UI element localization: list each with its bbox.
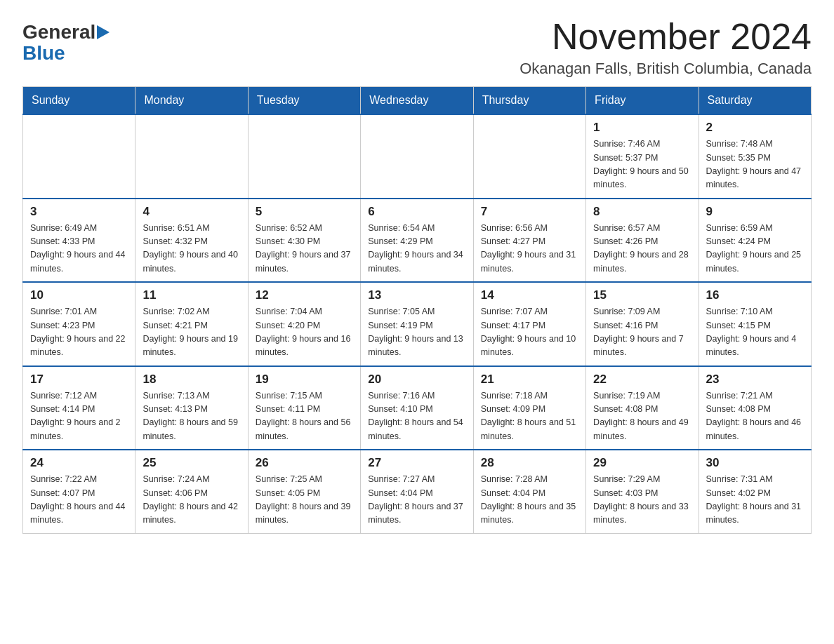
logo-blue: Blue bbox=[22, 43, 65, 63]
table-row: 25Sunrise: 7:24 AMSunset: 4:06 PMDayligh… bbox=[135, 450, 248, 533]
day-number: 5 bbox=[256, 205, 353, 219]
page-header: General Blue November 2024 Okanagan Fall… bbox=[22, 17, 812, 78]
day-number: 23 bbox=[706, 373, 804, 387]
table-row bbox=[473, 114, 585, 199]
day-number: 14 bbox=[481, 288, 578, 302]
table-row: 3Sunrise: 6:49 AMSunset: 4:33 PMDaylight… bbox=[23, 199, 135, 283]
day-number: 10 bbox=[30, 288, 128, 302]
table-row: 8Sunrise: 6:57 AMSunset: 4:26 PMDaylight… bbox=[586, 199, 699, 283]
table-row: 13Sunrise: 7:05 AMSunset: 4:19 PMDayligh… bbox=[361, 282, 473, 366]
day-info: Sunrise: 7:21 AMSunset: 4:08 PMDaylight:… bbox=[706, 389, 804, 444]
day-info: Sunrise: 7:07 AMSunset: 4:17 PMDaylight:… bbox=[481, 305, 578, 360]
day-info: Sunrise: 7:48 AMSunset: 5:35 PMDaylight:… bbox=[706, 137, 804, 192]
logo-general: General bbox=[22, 22, 95, 42]
logo-triangle-icon bbox=[97, 25, 110, 42]
day-number: 25 bbox=[143, 456, 240, 470]
day-number: 7 bbox=[481, 205, 578, 219]
weekday-header-row: Sunday Monday Tuesday Wednesday Thursday… bbox=[23, 87, 812, 115]
calendar-week-row: 24Sunrise: 7:22 AMSunset: 4:07 PMDayligh… bbox=[23, 450, 812, 533]
table-row bbox=[248, 114, 360, 199]
header-tuesday: Tuesday bbox=[248, 87, 360, 115]
day-info: Sunrise: 6:54 AMSunset: 4:29 PMDaylight:… bbox=[368, 222, 465, 276]
day-number: 6 bbox=[368, 205, 465, 219]
svg-marker-0 bbox=[97, 25, 110, 39]
day-info: Sunrise: 7:24 AMSunset: 4:06 PMDaylight:… bbox=[143, 473, 240, 528]
day-number: 13 bbox=[368, 288, 465, 302]
table-row: 15Sunrise: 7:09 AMSunset: 4:16 PMDayligh… bbox=[586, 282, 699, 366]
day-number: 17 bbox=[30, 373, 128, 387]
table-row: 28Sunrise: 7:28 AMSunset: 4:04 PMDayligh… bbox=[473, 450, 585, 533]
day-info: Sunrise: 6:49 AMSunset: 4:33 PMDaylight:… bbox=[30, 222, 128, 276]
table-row: 30Sunrise: 7:31 AMSunset: 4:02 PMDayligh… bbox=[699, 450, 811, 533]
table-row: 18Sunrise: 7:13 AMSunset: 4:13 PMDayligh… bbox=[135, 366, 248, 450]
day-info: Sunrise: 7:12 AMSunset: 4:14 PMDaylight:… bbox=[30, 389, 128, 444]
day-info: Sunrise: 7:01 AMSunset: 4:23 PMDaylight:… bbox=[30, 305, 128, 360]
table-row: 26Sunrise: 7:25 AMSunset: 4:05 PMDayligh… bbox=[248, 450, 360, 533]
calendar-week-row: 1Sunrise: 7:46 AMSunset: 5:37 PMDaylight… bbox=[23, 114, 812, 199]
table-row: 16Sunrise: 7:10 AMSunset: 4:15 PMDayligh… bbox=[699, 282, 811, 366]
table-row: 5Sunrise: 6:52 AMSunset: 4:30 PMDaylight… bbox=[248, 199, 360, 283]
day-number: 26 bbox=[256, 456, 353, 470]
day-number: 18 bbox=[143, 373, 240, 387]
day-info: Sunrise: 7:31 AMSunset: 4:02 PMDaylight:… bbox=[706, 473, 804, 528]
day-info: Sunrise: 6:52 AMSunset: 4:30 PMDaylight:… bbox=[256, 222, 353, 276]
table-row: 6Sunrise: 6:54 AMSunset: 4:29 PMDaylight… bbox=[361, 199, 473, 283]
table-row bbox=[23, 114, 135, 199]
table-row: 21Sunrise: 7:18 AMSunset: 4:09 PMDayligh… bbox=[473, 366, 585, 450]
table-row: 7Sunrise: 6:56 AMSunset: 4:27 PMDaylight… bbox=[473, 199, 585, 283]
day-info: Sunrise: 7:09 AMSunset: 4:16 PMDaylight:… bbox=[593, 305, 691, 360]
table-row: 23Sunrise: 7:21 AMSunset: 4:08 PMDayligh… bbox=[699, 366, 811, 450]
day-info: Sunrise: 6:56 AMSunset: 4:27 PMDaylight:… bbox=[481, 222, 578, 276]
table-row: 22Sunrise: 7:19 AMSunset: 4:08 PMDayligh… bbox=[586, 366, 699, 450]
day-info: Sunrise: 7:05 AMSunset: 4:19 PMDaylight:… bbox=[368, 305, 465, 360]
day-info: Sunrise: 7:29 AMSunset: 4:03 PMDaylight:… bbox=[593, 473, 691, 528]
header-monday: Monday bbox=[135, 87, 248, 115]
day-number: 19 bbox=[256, 373, 353, 387]
header-wednesday: Wednesday bbox=[361, 87, 473, 115]
day-number: 1 bbox=[593, 121, 691, 135]
day-info: Sunrise: 7:13 AMSunset: 4:13 PMDaylight:… bbox=[143, 389, 240, 444]
day-number: 20 bbox=[368, 373, 465, 387]
calendar-week-row: 17Sunrise: 7:12 AMSunset: 4:14 PMDayligh… bbox=[23, 366, 812, 450]
table-row: 9Sunrise: 6:59 AMSunset: 4:24 PMDaylight… bbox=[699, 199, 811, 283]
day-number: 9 bbox=[706, 205, 804, 219]
table-row: 14Sunrise: 7:07 AMSunset: 4:17 PMDayligh… bbox=[473, 282, 585, 366]
location-title: Okanagan Falls, British Columbia, Canada bbox=[519, 60, 812, 78]
day-number: 30 bbox=[706, 456, 804, 470]
table-row: 17Sunrise: 7:12 AMSunset: 4:14 PMDayligh… bbox=[23, 366, 135, 450]
day-number: 4 bbox=[143, 205, 240, 219]
table-row: 19Sunrise: 7:15 AMSunset: 4:11 PMDayligh… bbox=[248, 366, 360, 450]
day-info: Sunrise: 7:46 AMSunset: 5:37 PMDaylight:… bbox=[593, 137, 691, 192]
day-number: 3 bbox=[30, 205, 128, 219]
logo: General Blue bbox=[22, 22, 110, 63]
day-info: Sunrise: 7:10 AMSunset: 4:15 PMDaylight:… bbox=[706, 305, 804, 360]
header-friday: Friday bbox=[586, 87, 699, 115]
day-number: 24 bbox=[30, 456, 128, 470]
month-title: November 2024 bbox=[519, 17, 812, 57]
day-number: 15 bbox=[593, 288, 691, 302]
table-row bbox=[361, 114, 473, 199]
day-info: Sunrise: 6:57 AMSunset: 4:26 PMDaylight:… bbox=[593, 222, 691, 276]
title-block: November 2024 Okanagan Falls, British Co… bbox=[519, 17, 812, 78]
day-number: 29 bbox=[593, 456, 691, 470]
header-thursday: Thursday bbox=[473, 87, 585, 115]
day-info: Sunrise: 7:15 AMSunset: 4:11 PMDaylight:… bbox=[256, 389, 353, 444]
day-number: 8 bbox=[593, 205, 691, 219]
day-info: Sunrise: 7:28 AMSunset: 4:04 PMDaylight:… bbox=[481, 473, 578, 528]
table-row: 11Sunrise: 7:02 AMSunset: 4:21 PMDayligh… bbox=[135, 282, 248, 366]
table-row: 27Sunrise: 7:27 AMSunset: 4:04 PMDayligh… bbox=[361, 450, 473, 533]
table-row: 1Sunrise: 7:46 AMSunset: 5:37 PMDaylight… bbox=[586, 114, 699, 199]
table-row bbox=[135, 114, 248, 199]
day-info: Sunrise: 7:25 AMSunset: 4:05 PMDaylight:… bbox=[256, 473, 353, 528]
calendar-week-row: 3Sunrise: 6:49 AMSunset: 4:33 PMDaylight… bbox=[23, 199, 812, 283]
table-row: 12Sunrise: 7:04 AMSunset: 4:20 PMDayligh… bbox=[248, 282, 360, 366]
day-number: 22 bbox=[593, 373, 691, 387]
table-row: 24Sunrise: 7:22 AMSunset: 4:07 PMDayligh… bbox=[23, 450, 135, 533]
day-number: 16 bbox=[706, 288, 804, 302]
table-row: 20Sunrise: 7:16 AMSunset: 4:10 PMDayligh… bbox=[361, 366, 473, 450]
day-info: Sunrise: 7:16 AMSunset: 4:10 PMDaylight:… bbox=[368, 389, 465, 444]
day-info: Sunrise: 7:04 AMSunset: 4:20 PMDaylight:… bbox=[256, 305, 353, 360]
calendar-table: Sunday Monday Tuesday Wednesday Thursday… bbox=[22, 86, 812, 534]
day-info: Sunrise: 7:22 AMSunset: 4:07 PMDaylight:… bbox=[30, 473, 128, 528]
day-number: 2 bbox=[706, 121, 804, 135]
